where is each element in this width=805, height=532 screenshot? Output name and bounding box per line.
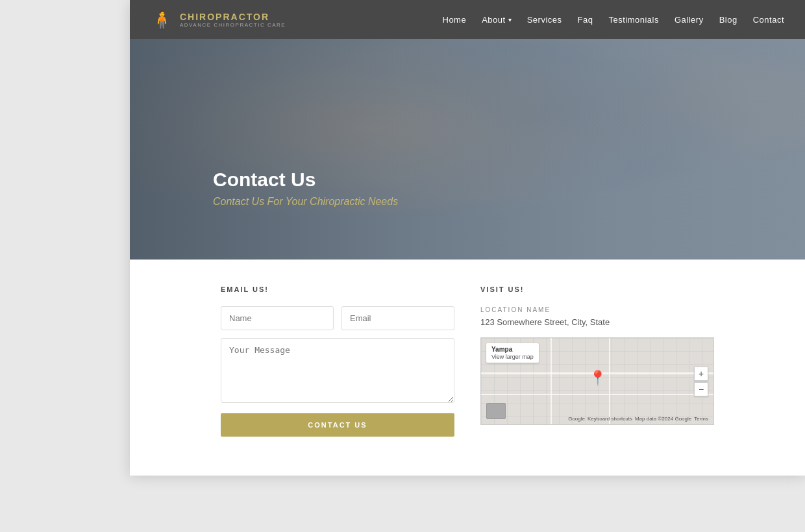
hero-subtitle: Contact Us For Your Chiropractic Needs (213, 196, 398, 208)
nav-link-contact[interactable]: Contact (753, 15, 784, 25)
map-pin-icon: 📍 (589, 369, 606, 386)
map-road-4 (609, 338, 610, 424)
nav-item-about[interactable]: About ▾ (482, 15, 511, 25)
contact-grid: EMAIL US! CONTACT US VISIT US! LOCATION … (221, 285, 714, 437)
map-view-larger[interactable]: View larger map (491, 354, 534, 360)
contact-us-button[interactable]: CONTACT US (221, 413, 454, 437)
nav-link-gallery[interactable]: Gallery (675, 15, 704, 25)
map-data-label: Map data ©2024 Google (635, 416, 691, 422)
map-zoom-controls: + − (694, 367, 708, 396)
page-wrapper: 🧍 CHIROPRACTOR ADVANCE CHIROPRACTIC CARE… (130, 0, 805, 476)
map-thumbnail (486, 403, 506, 419)
visit-section: VISIT US! LOCATION NAME 123 Somewhere St… (480, 285, 714, 437)
nav-link-home[interactable]: Home (443, 15, 467, 25)
message-textarea[interactable] (221, 338, 454, 403)
map-place-label[interactable]: Yampa View larger map (486, 343, 539, 363)
location-address: 123 Somewhere Street, City, State (480, 317, 714, 327)
map-road-3 (551, 338, 552, 424)
map-zoom-in-button[interactable]: + (694, 367, 708, 381)
nav-link-about[interactable]: About (482, 15, 505, 25)
nav-link-blog[interactable]: Blog (719, 15, 737, 25)
nav-item-home[interactable]: Home (443, 14, 467, 25)
nav-item-services[interactable]: Services (527, 14, 562, 25)
map-keyboard-shortcuts[interactable]: Keyboard shortcuts (588, 416, 632, 422)
map-footer: Google Keyboard shortcuts Map data ©2024… (568, 416, 708, 422)
brand-icon: 🧍 (151, 9, 173, 30)
visit-section-title: VISIT US! (480, 285, 714, 293)
nav-link-faq[interactable]: Faq (578, 15, 593, 25)
navbar-nav: Home About ▾ Services Faq Testimonials G… (443, 14, 785, 25)
hero-content: Contact Us Contact Us For Your Chiroprac… (213, 169, 398, 208)
brand-subtitle: ADVANCE CHIROPRACTIC CARE (180, 22, 286, 28)
hero-title: Contact Us (213, 169, 398, 191)
nav-item-contact[interactable]: Contact (753, 14, 784, 25)
name-input[interactable] (221, 306, 334, 330)
main-content: EMAIL US! CONTACT US VISIT US! LOCATION … (130, 260, 805, 476)
map-google-logo: Google (568, 416, 585, 422)
nav-link-testimonials[interactable]: Testimonials (608, 15, 659, 25)
nav-item-faq[interactable]: Faq (578, 14, 593, 25)
chevron-down-icon: ▾ (508, 16, 512, 23)
navbar: 🧍 CHIROPRACTOR ADVANCE CHIROPRACTIC CARE… (130, 0, 805, 39)
location-name-label: LOCATION NAME (480, 306, 714, 313)
map-terms[interactable]: Terms (694, 416, 708, 422)
nav-link-services[interactable]: Services (527, 15, 562, 25)
email-section-title: EMAIL US! (221, 285, 454, 293)
email-input[interactable] (341, 306, 454, 330)
nav-item-gallery[interactable]: Gallery (675, 14, 704, 25)
brand-title: CHIROPRACTOR (180, 12, 286, 22)
navbar-brand[interactable]: 🧍 CHIROPRACTOR ADVANCE CHIROPRACTIC CARE (151, 9, 286, 30)
nav-item-testimonials[interactable]: Testimonials (608, 14, 659, 25)
map-zoom-out-button[interactable]: − (694, 382, 708, 396)
map-container: Yampa View larger map 📍 + − Google (480, 337, 714, 425)
hero-section: Contact Us Contact Us For Your Chiroprac… (130, 39, 805, 260)
map-place-name: Yampa (491, 346, 512, 353)
nav-item-blog[interactable]: Blog (719, 14, 737, 25)
form-name-email-row (221, 306, 454, 330)
map-road-2 (481, 394, 713, 395)
hero-overlay (130, 39, 805, 260)
email-section: EMAIL US! CONTACT US (221, 285, 454, 437)
brand-text: CHIROPRACTOR ADVANCE CHIROPRACTIC CARE (180, 12, 286, 28)
